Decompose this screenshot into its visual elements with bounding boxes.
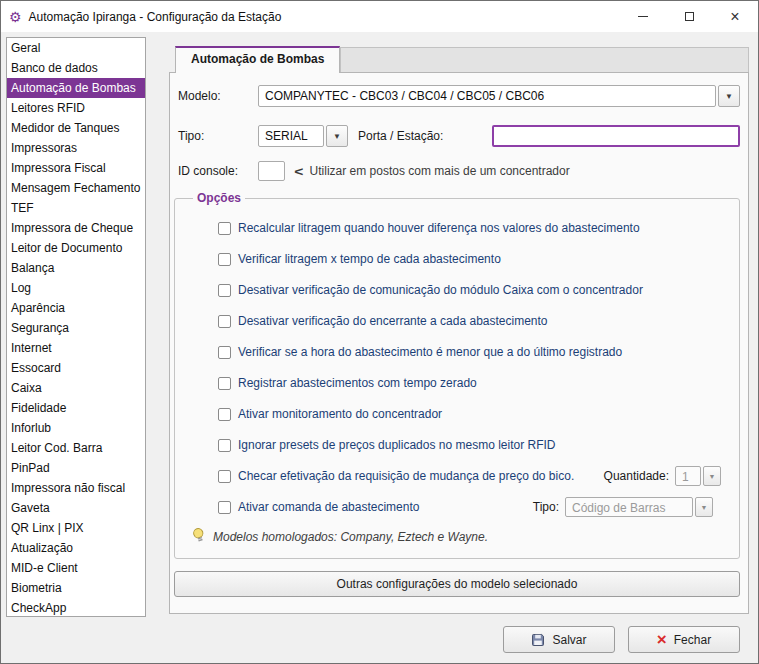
sidebar-item-balanca[interactable]: Balança <box>7 258 145 278</box>
checkbox-ativar-monitoramento-do-concentrador[interactable] <box>218 408 231 421</box>
sidebar-item-banco-de-dados[interactable]: Banco de dados <box>7 58 145 78</box>
option-row: Verificar litragem x tempo de cada abast… <box>187 248 727 270</box>
modelo-combo-arrow-icon[interactable]: ▼ <box>718 85 740 107</box>
app-window: ⚙ Automação Ipiranga - Configuração da E… <box>0 0 759 664</box>
sidebar-item-checkapp[interactable]: CheckApp <box>7 598 145 617</box>
sidebar-item-aparencia[interactable]: Aparência <box>7 298 145 318</box>
option-row: Registrar abastecimentos com tempo zerad… <box>187 372 727 394</box>
option-label: Ativar monitoramento do concentrador <box>238 407 442 421</box>
checkbox-checar-efetivacao-da-requisicao-de-mudan[interactable] <box>218 470 231 483</box>
porta-estacao-label: Porta / Estação: <box>358 129 492 143</box>
tipo-label: Tipo: <box>533 500 559 514</box>
sidebar-item-leitores-rfid[interactable]: Leitores RFID <box>7 98 145 118</box>
tipo-comanda-combo-value[interactable]: Código de Barras <box>565 497 693 517</box>
quantidade-combo-value[interactable]: 1 <box>675 466 701 486</box>
sidebar-item-pinpad[interactable]: PinPad <box>7 458 145 478</box>
sidebar-item-impressora-fiscal[interactable]: Impressora Fiscal <box>7 158 145 178</box>
footer: Salvar × Fechar <box>503 626 740 653</box>
option-extra: Quantidade:1▼ <box>604 466 721 486</box>
option-label: Verificar se a hora do abastecimento é m… <box>238 345 622 359</box>
sidebar-item-qr-linx-pix[interactable]: QR Linx | PIX <box>7 518 145 538</box>
checkbox-desativar-verificacao-de-comunicacao-do-[interactable] <box>218 284 231 297</box>
sidebar-item-impressoras[interactable]: Impressoras <box>7 138 145 158</box>
sidebar-item-fidelidade[interactable]: Fidelidade <box>7 398 145 418</box>
sidebar-item-tef[interactable]: TEF <box>7 198 145 218</box>
sidebar-item-mensagem-fechamento[interactable]: Mensagem Fechamento <box>7 178 145 198</box>
option-row: Ignorar presets de preços duplicados no … <box>187 434 727 456</box>
id-console-row: ID console: < Utilizar em postos com mai… <box>178 161 740 181</box>
option-label: Ignorar presets de preços duplicados no … <box>238 438 555 452</box>
opcoes-groupbox: Opções Recalcular litragem quando houver… <box>174 191 740 559</box>
sidebar-item-leitor-cod-barra[interactable]: Leitor Cod. Barra <box>7 438 145 458</box>
close-icon: × <box>730 9 739 25</box>
options-list: Recalcular litragem quando houver difere… <box>187 217 727 518</box>
maximize-button[interactable] <box>666 1 712 32</box>
sidebar-item-impressora-nao-fiscal[interactable]: Impressora não fiscal <box>7 478 145 498</box>
sidebar-item-mid-e-client[interactable]: MID-e Client <box>7 558 145 578</box>
modelo-label: Modelo: <box>178 89 258 103</box>
sidebar-item-impressora-de-cheque[interactable]: Impressora de Cheque <box>7 218 145 238</box>
sidebar-item-internet[interactable]: Internet <box>7 338 145 358</box>
close-x-icon: × <box>657 631 667 648</box>
window-controls: × <box>620 1 758 32</box>
option-row: Recalcular litragem quando houver difere… <box>187 217 727 239</box>
sidebar-item-geral[interactable]: Geral <box>7 38 145 58</box>
fechar-label: Fechar <box>674 633 711 647</box>
sidebar-item-seguranca[interactable]: Segurança <box>7 318 145 338</box>
sidebar-item-essocard[interactable]: Essocard <box>7 358 145 378</box>
option-label: Checar efetivação da requisição de mudan… <box>238 469 574 483</box>
checkbox-verificar-se-a-hora-do-abastecimento-e-m[interactable] <box>218 346 231 359</box>
sidebar-item-medidor-de-tanques[interactable]: Medidor de Tanques <box>7 118 145 138</box>
checkbox-ignorar-presets-de-precos-duplicados-no-[interactable] <box>218 439 231 452</box>
tipo-label: Tipo: <box>178 129 258 143</box>
option-label: Verificar litragem x tempo de cada abast… <box>238 252 501 266</box>
tipo-combo[interactable]: SERIAL ▼ <box>258 125 348 147</box>
option-row: Ativar comanda de abastecimentoTipo:Códi… <box>187 496 727 518</box>
sidebar-item-atualizacao[interactable]: Atualização <box>7 538 145 558</box>
save-icon <box>531 633 545 647</box>
checkbox-verificar-litragem-x-tempo-de-cada-abast[interactable] <box>218 253 231 266</box>
main-area: Automação de Bombas Modelo: COMPANYTEC -… <box>169 46 749 614</box>
fechar-button[interactable]: × Fechar <box>628 626 740 653</box>
checkbox-recalcular-litragem-quando-houver-difere[interactable] <box>218 222 231 235</box>
option-label: Desativar verificação do encerrante a ca… <box>238 314 548 328</box>
minimize-button[interactable] <box>620 1 666 32</box>
tab-automacao-de-bombas[interactable]: Automação de Bombas <box>175 46 340 73</box>
tipo-comanda-combo[interactable]: Código de Barras▼ <box>565 497 713 517</box>
id-console-input[interactable] <box>258 161 285 181</box>
sidebar-item-inforlub[interactable]: Inforlub <box>7 418 145 438</box>
modelo-combo[interactable]: COMPANYTEC - CBC03 / CBC04 / CBC05 / CBC… <box>258 85 740 107</box>
option-label: Recalcular litragem quando houver difere… <box>238 221 640 235</box>
tipo-combo-arrow-icon[interactable]: ▼ <box>326 125 348 147</box>
tipo-comanda-combo-arrow-icon[interactable]: ▼ <box>695 497 713 517</box>
checkbox-desativar-verificacao-do-encerrante-a-ca[interactable] <box>218 315 231 328</box>
quantidade-combo-arrow-icon[interactable]: ▼ <box>703 466 721 486</box>
sidebar-item-caixa[interactable]: Caixa <box>7 378 145 398</box>
quantidade-label: Quantidade: <box>604 469 669 483</box>
titlebar: ⚙ Automação Ipiranga - Configuração da E… <box>1 1 758 32</box>
modelo-combo-value[interactable]: COMPANYTEC - CBC03 / CBC04 / CBC05 / CBC… <box>258 85 716 107</box>
outras-configuracoes-button[interactable]: Outras configurações do modelo seleciona… <box>174 571 740 597</box>
checkbox-ativar-comanda-de-abastecimento[interactable] <box>218 501 231 514</box>
chevron-left-icon: < <box>294 164 303 179</box>
sidebar-item-log[interactable]: Log <box>7 278 145 298</box>
option-row: Desativar verificação de comunicação do … <box>187 279 727 301</box>
close-button[interactable]: × <box>712 1 758 32</box>
models-hint-text: Modelos homologados: Company, Eztech e W… <box>213 530 488 544</box>
option-label: Registrar abastecimentos com tempo zerad… <box>238 376 477 390</box>
checkbox-registrar-abastecimentos-com-tempo-zerad[interactable] <box>218 377 231 390</box>
app-gear-icon: ⚙ <box>9 10 22 24</box>
option-row: Verificar se a hora do abastecimento é m… <box>187 341 727 363</box>
sidebar-item-biometria[interactable]: Biometria <box>7 578 145 598</box>
quantidade-combo[interactable]: 1▼ <box>675 466 721 486</box>
tab-content-panel: Modelo: COMPANYTEC - CBC03 / CBC04 / CBC… <box>169 72 749 614</box>
sidebar-item-gaveta[interactable]: Gaveta <box>7 498 145 518</box>
porta-estacao-input[interactable] <box>492 125 740 147</box>
id-console-hint: Utilizar em postos com mais de um concen… <box>310 164 570 178</box>
tipo-combo-value[interactable]: SERIAL <box>258 125 324 147</box>
salvar-button[interactable]: Salvar <box>503 626 615 653</box>
sidebar-item-leitor-de-documento[interactable]: Leitor de Documento <box>7 238 145 258</box>
sidebar-item-automacao-de-bombas[interactable]: Automação de Bombas <box>7 78 145 98</box>
tipo-row: Tipo: SERIAL ▼ Porta / Estação: <box>178 125 740 147</box>
option-row: Desativar verificação do encerrante a ca… <box>187 310 727 332</box>
